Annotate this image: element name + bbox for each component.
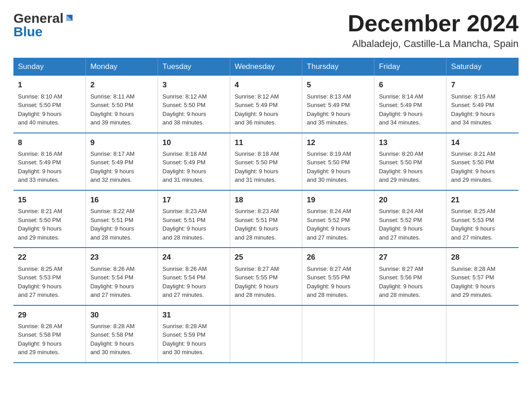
day-number: 15 bbox=[18, 194, 81, 206]
day-info: Sunrise: 8:13 AMSunset: 5:49 PMDaylight:… bbox=[307, 92, 369, 127]
calendar-cell: 28Sunrise: 8:28 AMSunset: 5:57 PMDayligh… bbox=[446, 248, 519, 305]
day-info: Sunrise: 8:27 AMSunset: 5:56 PMDaylight:… bbox=[379, 265, 442, 300]
calendar-cell bbox=[374, 305, 446, 363]
day-info: Sunrise: 8:15 AMSunset: 5:49 PMDaylight:… bbox=[451, 92, 514, 127]
calendar-cell: 15Sunrise: 8:21 AMSunset: 5:50 PMDayligh… bbox=[13, 190, 86, 248]
calendar-cell: 11Sunrise: 8:18 AMSunset: 5:50 PMDayligh… bbox=[230, 133, 302, 190]
calendar-cell: 6Sunrise: 8:14 AMSunset: 5:49 PMDaylight… bbox=[374, 76, 446, 133]
day-number: 6 bbox=[379, 79, 442, 91]
calendar-cell: 21Sunrise: 8:25 AMSunset: 5:53 PMDayligh… bbox=[446, 190, 519, 248]
calendar-cell: 30Sunrise: 8:28 AMSunset: 5:58 PMDayligh… bbox=[86, 305, 158, 363]
day-number: 24 bbox=[163, 252, 225, 263]
header-wednesday: Wednesday bbox=[230, 58, 302, 76]
calendar-cell: 19Sunrise: 8:24 AMSunset: 5:52 PMDayligh… bbox=[302, 190, 374, 248]
day-number: 17 bbox=[163, 194, 225, 206]
logo: General Blue bbox=[13, 11, 73, 39]
day-info: Sunrise: 8:28 AMSunset: 5:58 PMDaylight:… bbox=[18, 322, 81, 357]
calendar-week-1: 1Sunrise: 8:10 AMSunset: 5:50 PMDaylight… bbox=[13, 76, 519, 133]
logo-blue-text: Blue bbox=[13, 24, 43, 39]
day-info: Sunrise: 8:20 AMSunset: 5:50 PMDaylight:… bbox=[379, 150, 442, 184]
day-info: Sunrise: 8:28 AMSunset: 5:57 PMDaylight:… bbox=[451, 265, 514, 300]
day-info: Sunrise: 8:18 AMSunset: 5:49 PMDaylight:… bbox=[163, 150, 225, 184]
calendar-header: SundayMondayTuesdayWednesdayThursdayFrid… bbox=[13, 58, 519, 76]
calendar-cell: 10Sunrise: 8:18 AMSunset: 5:49 PMDayligh… bbox=[158, 133, 230, 190]
day-number: 8 bbox=[18, 137, 81, 149]
day-info: Sunrise: 8:17 AMSunset: 5:49 PMDaylight:… bbox=[90, 150, 153, 184]
day-number: 20 bbox=[379, 194, 442, 206]
day-number: 16 bbox=[90, 194, 153, 206]
day-info: Sunrise: 8:28 AMSunset: 5:59 PMDaylight:… bbox=[163, 322, 225, 357]
day-info: Sunrise: 8:11 AMSunset: 5:50 PMDaylight:… bbox=[90, 92, 153, 127]
day-number: 23 bbox=[90, 252, 153, 263]
day-info: Sunrise: 8:12 AMSunset: 5:49 PMDaylight:… bbox=[235, 92, 297, 127]
day-info: Sunrise: 8:26 AMSunset: 5:54 PMDaylight:… bbox=[90, 265, 153, 300]
month-title: December 2024 bbox=[348, 11, 519, 36]
day-info: Sunrise: 8:25 AMSunset: 5:53 PMDaylight:… bbox=[451, 207, 514, 242]
day-info: Sunrise: 8:24 AMSunset: 5:52 PMDaylight:… bbox=[307, 207, 369, 242]
calendar-cell: 18Sunrise: 8:23 AMSunset: 5:51 PMDayligh… bbox=[230, 190, 302, 248]
calendar-cell bbox=[446, 305, 519, 363]
day-number: 31 bbox=[163, 309, 225, 321]
day-number: 5 bbox=[307, 79, 369, 91]
day-number: 26 bbox=[307, 252, 369, 263]
calendar-cell: 22Sunrise: 8:25 AMSunset: 5:53 PMDayligh… bbox=[13, 248, 86, 305]
day-number: 10 bbox=[163, 137, 225, 149]
calendar-cell: 29Sunrise: 8:28 AMSunset: 5:58 PMDayligh… bbox=[13, 305, 86, 363]
day-number: 30 bbox=[90, 309, 153, 321]
day-number: 9 bbox=[90, 137, 153, 149]
day-number: 29 bbox=[18, 309, 81, 321]
calendar-cell bbox=[302, 305, 374, 363]
calendar-body: 1Sunrise: 8:10 AMSunset: 5:50 PMDaylight… bbox=[13, 76, 519, 363]
header-tuesday: Tuesday bbox=[158, 58, 230, 76]
day-info: Sunrise: 8:18 AMSunset: 5:50 PMDaylight:… bbox=[235, 150, 297, 184]
calendar-cell: 25Sunrise: 8:27 AMSunset: 5:55 PMDayligh… bbox=[230, 248, 302, 305]
day-number: 13 bbox=[379, 137, 442, 149]
calendar-cell: 20Sunrise: 8:24 AMSunset: 5:52 PMDayligh… bbox=[374, 190, 446, 248]
calendar-cell: 12Sunrise: 8:19 AMSunset: 5:50 PMDayligh… bbox=[302, 133, 374, 190]
day-info: Sunrise: 8:27 AMSunset: 5:55 PMDaylight:… bbox=[307, 265, 369, 300]
day-number: 4 bbox=[235, 79, 297, 91]
page-header: General Blue December 2024 Albaladejo, C… bbox=[13, 11, 519, 50]
day-info: Sunrise: 8:14 AMSunset: 5:49 PMDaylight:… bbox=[379, 92, 442, 127]
calendar-cell: 23Sunrise: 8:26 AMSunset: 5:54 PMDayligh… bbox=[86, 248, 158, 305]
day-info: Sunrise: 8:27 AMSunset: 5:55 PMDaylight:… bbox=[235, 265, 297, 300]
calendar-table: SundayMondayTuesdayWednesdayThursdayFrid… bbox=[13, 58, 519, 363]
calendar-cell: 24Sunrise: 8:26 AMSunset: 5:54 PMDayligh… bbox=[158, 248, 230, 305]
day-number: 1 bbox=[18, 79, 81, 91]
day-number: 21 bbox=[451, 194, 514, 206]
calendar-cell: 26Sunrise: 8:27 AMSunset: 5:55 PMDayligh… bbox=[302, 248, 374, 305]
calendar-cell: 1Sunrise: 8:10 AMSunset: 5:50 PMDaylight… bbox=[13, 76, 86, 133]
day-number: 2 bbox=[90, 79, 153, 91]
day-info: Sunrise: 8:12 AMSunset: 5:50 PMDaylight:… bbox=[163, 92, 225, 127]
day-number: 7 bbox=[451, 79, 514, 91]
day-info: Sunrise: 8:21 AMSunset: 5:50 PMDaylight:… bbox=[451, 150, 514, 184]
header-saturday: Saturday bbox=[446, 58, 519, 76]
logo-general-text: General bbox=[13, 11, 64, 26]
calendar-week-3: 15Sunrise: 8:21 AMSunset: 5:50 PMDayligh… bbox=[13, 190, 519, 248]
day-number: 11 bbox=[235, 137, 297, 149]
day-number: 12 bbox=[307, 137, 369, 149]
title-block: December 2024 Albaladejo, Castille-La Ma… bbox=[348, 11, 519, 50]
header-row: SundayMondayTuesdayWednesdayThursdayFrid… bbox=[13, 58, 519, 76]
calendar-cell: 2Sunrise: 8:11 AMSunset: 5:50 PMDaylight… bbox=[86, 76, 158, 133]
day-number: 19 bbox=[307, 194, 369, 206]
calendar-week-2: 8Sunrise: 8:16 AMSunset: 5:49 PMDaylight… bbox=[13, 133, 519, 190]
calendar-cell: 4Sunrise: 8:12 AMSunset: 5:49 PMDaylight… bbox=[230, 76, 302, 133]
day-info: Sunrise: 8:24 AMSunset: 5:52 PMDaylight:… bbox=[379, 207, 442, 242]
calendar-cell: 31Sunrise: 8:28 AMSunset: 5:59 PMDayligh… bbox=[158, 305, 230, 363]
day-number: 3 bbox=[163, 79, 225, 91]
day-info: Sunrise: 8:22 AMSunset: 5:51 PMDaylight:… bbox=[90, 207, 153, 242]
calendar-cell: 14Sunrise: 8:21 AMSunset: 5:50 PMDayligh… bbox=[446, 133, 519, 190]
calendar-cell: 7Sunrise: 8:15 AMSunset: 5:49 PMDaylight… bbox=[446, 76, 519, 133]
header-friday: Friday bbox=[374, 58, 446, 76]
calendar-cell: 8Sunrise: 8:16 AMSunset: 5:49 PMDaylight… bbox=[13, 133, 86, 190]
header-sunday: Sunday bbox=[13, 58, 86, 76]
day-number: 28 bbox=[451, 252, 514, 263]
day-number: 25 bbox=[235, 252, 297, 263]
day-number: 18 bbox=[235, 194, 297, 206]
calendar-week-5: 29Sunrise: 8:28 AMSunset: 5:58 PMDayligh… bbox=[13, 305, 519, 363]
day-info: Sunrise: 8:23 AMSunset: 5:51 PMDaylight:… bbox=[235, 207, 297, 242]
day-info: Sunrise: 8:25 AMSunset: 5:53 PMDaylight:… bbox=[18, 265, 81, 300]
header-thursday: Thursday bbox=[302, 58, 374, 76]
day-info: Sunrise: 8:19 AMSunset: 5:50 PMDaylight:… bbox=[307, 150, 369, 184]
